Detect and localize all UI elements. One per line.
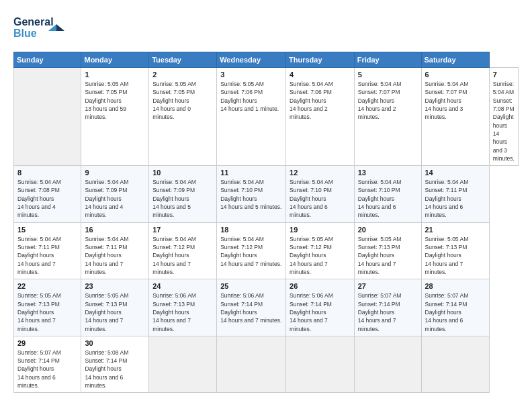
day-number: 13 [358, 169, 418, 177]
day-info: Sunrise: 5:04 AM Sunset: 7:12 PM Dayligh… [220, 235, 282, 268]
day-number: 12 [290, 169, 351, 177]
calendar-cell: 24 Sunrise: 5:06 AM Sunset: 7:13 PM Dayl… [149, 279, 217, 336]
day-info: Sunrise: 5:04 AM Sunset: 7:12 PM Dayligh… [152, 235, 213, 277]
col-sunday: Sunday [14, 52, 81, 68]
calendar-cell: 9 Sunrise: 5:04 AM Sunset: 7:09 PM Dayli… [81, 166, 149, 223]
calendar-cell: 16 Sunrise: 5:04 AM Sunset: 7:11 PM Dayl… [81, 222, 149, 279]
day-info: Sunrise: 5:04 AM Sunset: 7:09 PM Dayligh… [152, 178, 213, 220]
day-number: 5 [358, 71, 418, 79]
calendar-cell: 18 Sunrise: 5:04 AM Sunset: 7:12 PM Dayl… [217, 222, 286, 279]
day-number: 4 [290, 71, 351, 79]
svg-text:General: General [13, 16, 54, 28]
calendar-cell [354, 336, 421, 393]
day-info: Sunrise: 5:04 AM Sunset: 7:08 PM Dayligh… [17, 178, 77, 220]
day-number: 27 [358, 282, 418, 290]
calendar-cell [217, 336, 286, 393]
calendar-cell: 21 Sunrise: 5:05 AM Sunset: 7:13 PM Dayl… [421, 222, 489, 279]
day-number: 16 [85, 226, 145, 234]
day-info: Sunrise: 5:04 AM Sunset: 7:09 PM Dayligh… [85, 178, 145, 220]
logo: General Blue [13, 12, 74, 45]
day-info: Sunrise: 5:04 AM Sunset: 7:10 PM Dayligh… [358, 178, 418, 220]
day-info: Sunrise: 5:05 AM Sunset: 7:13 PM Dayligh… [17, 291, 77, 333]
calendar-cell: 12 Sunrise: 5:04 AM Sunset: 7:10 PM Dayl… [286, 166, 355, 223]
calendar-cell: 29 Sunrise: 5:07 AM Sunset: 7:14 PM Dayl… [14, 336, 81, 393]
day-number: 22 [17, 282, 77, 290]
calendar-cell [421, 336, 489, 393]
day-number: 30 [85, 339, 145, 347]
day-info: Sunrise: 5:05 AM Sunset: 7:05 PM Dayligh… [152, 80, 213, 122]
calendar-cell: 20 Sunrise: 5:05 AM Sunset: 7:13 PM Dayl… [354, 222, 421, 279]
day-info: Sunrise: 5:05 AM Sunset: 7:06 PM Dayligh… [220, 80, 282, 113]
day-info: Sunrise: 5:04 AM Sunset: 7:07 PM Dayligh… [358, 80, 418, 122]
page: General Blue Sunday Monday Tuesday Wedne… [0, 0, 532, 411]
day-number: 6 [425, 71, 486, 79]
calendar-cell: 19 Sunrise: 5:05 AM Sunset: 7:12 PM Dayl… [286, 222, 355, 279]
day-number: 20 [358, 226, 418, 234]
day-info: Sunrise: 5:06 AM Sunset: 7:14 PM Dayligh… [290, 291, 351, 333]
day-info: Sunrise: 5:04 AM Sunset: 7:10 PM Dayligh… [290, 178, 351, 220]
calendar-header-row: Sunday Monday Tuesday Wednesday Thursday… [14, 52, 519, 68]
calendar-cell: 4 Sunrise: 5:04 AM Sunset: 7:06 PM Dayli… [286, 68, 355, 166]
day-info: Sunrise: 5:04 AM Sunset: 7:11 PM Dayligh… [425, 178, 486, 220]
calendar-cell: 14 Sunrise: 5:04 AM Sunset: 7:11 PM Dayl… [421, 166, 489, 223]
logo-text: General Blue [13, 12, 74, 45]
day-info: Sunrise: 5:04 AM Sunset: 7:06 PM Dayligh… [290, 80, 351, 122]
calendar-cell [149, 336, 217, 393]
calendar-cell [286, 336, 355, 393]
day-info: Sunrise: 5:05 AM Sunset: 7:12 PM Dayligh… [290, 235, 351, 277]
day-number: 10 [152, 169, 213, 177]
calendar-cell: 1 Sunrise: 5:05 AM Sunset: 7:05 PM Dayli… [81, 68, 149, 166]
svg-text:Blue: Blue [13, 28, 37, 39]
calendar-cell: 15 Sunrise: 5:04 AM Sunset: 7:11 PM Dayl… [14, 222, 81, 279]
calendar-cell: 25 Sunrise: 5:06 AM Sunset: 7:14 PM Dayl… [217, 279, 286, 336]
day-info: Sunrise: 5:07 AM Sunset: 7:14 PM Dayligh… [358, 291, 418, 333]
day-number: 7 [493, 71, 515, 79]
col-wednesday: Wednesday [217, 52, 286, 68]
day-number: 3 [220, 71, 282, 79]
calendar-table: Sunday Monday Tuesday Wednesday Thursday… [13, 52, 519, 393]
day-info: Sunrise: 5:06 AM Sunset: 7:14 PM Dayligh… [220, 291, 282, 324]
day-number: 1 [85, 71, 145, 79]
day-number: 2 [152, 71, 213, 79]
col-tuesday: Tuesday [149, 52, 217, 68]
day-info: Sunrise: 5:07 AM Sunset: 7:14 PM Dayligh… [425, 291, 486, 333]
day-number: 29 [17, 339, 77, 347]
day-info: Sunrise: 5:04 AM Sunset: 7:08 PM Dayligh… [493, 80, 515, 163]
calendar-cell: 27 Sunrise: 5:07 AM Sunset: 7:14 PM Dayl… [354, 279, 421, 336]
day-number: 21 [425, 226, 486, 234]
day-number: 26 [290, 282, 351, 290]
col-monday: Monday [81, 52, 149, 68]
calendar-cell: 6 Sunrise: 5:04 AM Sunset: 7:07 PM Dayli… [421, 68, 489, 166]
calendar-cell: 5 Sunrise: 5:04 AM Sunset: 7:07 PM Dayli… [354, 68, 421, 166]
calendar-cell: 30 Sunrise: 5:08 AM Sunset: 7:14 PM Dayl… [81, 336, 149, 393]
col-thursday: Thursday [286, 52, 355, 68]
col-friday: Friday [354, 52, 421, 68]
calendar-cell: 22 Sunrise: 5:05 AM Sunset: 7:13 PM Dayl… [14, 279, 81, 336]
day-number: 23 [85, 282, 145, 290]
col-saturday: Saturday [421, 52, 489, 68]
day-info: Sunrise: 5:05 AM Sunset: 7:13 PM Dayligh… [425, 235, 486, 277]
calendar-cell: 3 Sunrise: 5:05 AM Sunset: 7:06 PM Dayli… [217, 68, 286, 166]
day-number: 24 [152, 282, 213, 290]
calendar-cell: 2 Sunrise: 5:05 AM Sunset: 7:05 PM Dayli… [149, 68, 217, 166]
calendar-cell: 8 Sunrise: 5:04 AM Sunset: 7:08 PM Dayli… [14, 166, 81, 223]
day-number: 15 [17, 226, 77, 234]
day-number: 11 [220, 169, 282, 177]
day-info: Sunrise: 5:05 AM Sunset: 7:13 PM Dayligh… [85, 291, 145, 333]
day-info: Sunrise: 5:05 AM Sunset: 7:05 PM Dayligh… [85, 80, 145, 122]
calendar-cell: 13 Sunrise: 5:04 AM Sunset: 7:10 PM Dayl… [354, 166, 421, 223]
header: General Blue [13, 12, 519, 45]
calendar-cell: 26 Sunrise: 5:06 AM Sunset: 7:14 PM Dayl… [286, 279, 355, 336]
svg-marker-3 [56, 24, 64, 31]
day-number: 28 [425, 282, 486, 290]
day-number: 9 [85, 169, 145, 177]
calendar-cell [14, 68, 81, 166]
calendar-cell: 17 Sunrise: 5:04 AM Sunset: 7:12 PM Dayl… [149, 222, 217, 279]
day-info: Sunrise: 5:04 AM Sunset: 7:11 PM Dayligh… [17, 235, 77, 277]
day-info: Sunrise: 5:04 AM Sunset: 7:07 PM Dayligh… [425, 80, 486, 122]
day-number: 19 [290, 226, 351, 234]
day-info: Sunrise: 5:07 AM Sunset: 7:14 PM Dayligh… [17, 349, 77, 390]
day-number: 8 [17, 169, 77, 177]
calendar-cell: 10 Sunrise: 5:04 AM Sunset: 7:09 PM Dayl… [149, 166, 217, 223]
day-info: Sunrise: 5:04 AM Sunset: 7:10 PM Dayligh… [220, 178, 282, 211]
